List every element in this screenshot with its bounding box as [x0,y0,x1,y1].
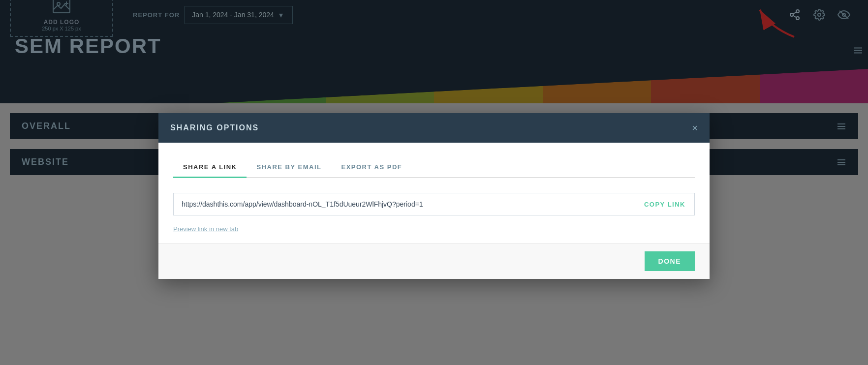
preview-link[interactable]: Preview link in new tab [173,225,238,233]
modal-overlay: SHARING OPTIONS × SHARE A LINK SHARE BY … [0,0,868,365]
modal-tabs: SHARE A LINK SHARE BY EMAIL EXPORT AS PD… [173,157,695,178]
tab-share-email[interactable]: SHARE BY EMAIL [247,157,331,178]
done-button[interactable]: DONE [645,251,695,271]
modal-body: SHARE A LINK SHARE BY EMAIL EXPORT AS PD… [158,143,710,243]
copy-link-button[interactable]: COPY LINK [635,194,694,215]
tab-share-link[interactable]: SHARE A LINK [173,157,247,178]
modal-close-button[interactable]: × [692,123,698,133]
url-row: COPY LINK [173,193,695,215]
modal-footer: DONE [158,243,710,279]
modal-header: SHARING OPTIONS × [158,113,710,143]
modal-title: SHARING OPTIONS [170,123,259,132]
share-url-input[interactable] [174,193,635,215]
sharing-options-modal: SHARING OPTIONS × SHARE A LINK SHARE BY … [158,113,710,279]
tab-export-pdf[interactable]: EXPORT AS PDF [331,157,412,178]
